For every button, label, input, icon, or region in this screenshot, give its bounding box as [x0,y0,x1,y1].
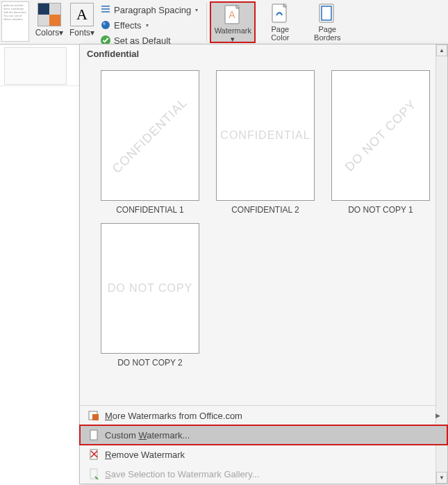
watermark-icon: A [223,4,242,25]
remove-page-icon [88,449,99,460]
page-icon [88,429,99,441]
watermark-text: DO NOT COPY [108,282,193,295]
design-options: Paragraph Spacing▾ Effects▾ Set as Defau… [97,1,204,47]
page-color-icon [270,3,290,24]
watermark-button[interactable]: A Watermark▾ [210,1,256,43]
paragraph-spacing-button[interactable]: Paragraph Spacing▾ [100,3,198,17]
effects-button[interactable]: Effects▾ [100,18,198,32]
watermark-thumb[interactable]: DO NOT COPYDO NOT COPY 2 [94,223,206,368]
page-borders-icon [317,3,337,24]
paragraph-spacing-label: Paragraph Spacing [114,5,191,15]
svg-point-1 [103,22,106,25]
colors-label: Colors [35,28,60,38]
submenu-arrow-icon: ▶ [435,412,440,419]
watermark-thumb[interactable]: CONFIDENTIALCONFIDENTIAL 1 [94,70,206,215]
ribbon: galleries include items coordinate with … [0,0,448,44]
watermark-dropdown: Confidential CONFIDENTIALCONFIDENTIAL 1C… [79,44,448,484]
watermark-text: CONFIDENTIAL [110,95,191,176]
thumb-caption: CONFIDENTIAL 2 [231,205,299,215]
save-selection-label: ave Selection to Watermark Gallery... [111,469,260,479]
page-preview [4,47,67,85]
watermark-thumb[interactable]: DO NOT COPYDO NOT COPY 1 [324,70,437,215]
page-color-label: Page Color [271,25,289,42]
custom-watermark-label: atermark... [147,430,190,441]
remove-watermark-menu-item[interactable]: Remove Watermark [80,445,447,464]
office-icon [88,410,99,421]
svg-point-0 [101,21,110,29]
custom-watermark-menu-item[interactable]: Custom Watermark... [80,425,447,445]
themes-gallery-thumb[interactable]: galleries include items coordinate with … [1,1,29,42]
dropdown-section-header: Confidential [80,44,447,63]
thumb-caption: DO NOT COPY 2 [117,358,183,368]
thumb-caption: CONFIDENTIAL 1 [116,205,184,215]
colors-button[interactable]: Colors▾ [32,1,67,39]
fonts-label: Fonts [69,28,90,38]
more-watermarks-menu-item[interactable]: More Watermarks from Office.com ▶ [80,406,447,425]
watermark-thumb[interactable]: CONFIDENTIALCONFIDENTIAL 2 [209,70,322,215]
watermark-label: Watermark [215,26,251,35]
more-watermarks-label: ore Watermarks from Office.com [113,411,242,421]
svg-rect-9 [92,414,99,420]
watermark-gallery: CONFIDENTIALCONFIDENTIAL 1CONFIDENTIALCO… [80,63,447,405]
svg-text:A: A [229,9,236,20]
effects-icon [100,19,111,31]
dropdown-footer: More Watermarks from Office.com ▶ Custom… [80,405,447,484]
page-borders-button[interactable]: Page Borders [304,1,350,43]
page-borders-label: Page Borders [314,25,341,42]
colors-icon [38,3,61,26]
save-selection-menu-item: Save Selection to Watermark Gallery... [80,464,447,484]
thumb-caption: DO NOT COPY 1 [348,205,413,215]
page-background-group: A Watermark▾ Page Color Page Borders [210,1,350,43]
scroll-up-button[interactable]: ▲ [436,44,447,56]
svg-rect-10 [90,430,97,440]
paragraph-spacing-icon [100,4,111,15]
watermark-text: CONFIDENTIAL [220,129,310,142]
effects-label: Effects [114,20,142,31]
save-page-icon [88,468,99,479]
separator [206,3,207,42]
page-color-button[interactable]: Page Color [257,1,303,43]
watermark-text: DO NOT COPY [342,97,420,174]
fonts-button[interactable]: A Fonts▾ [67,1,97,39]
remove-watermark-label: emove Watermark [111,450,185,460]
fonts-icon: A [70,3,94,26]
